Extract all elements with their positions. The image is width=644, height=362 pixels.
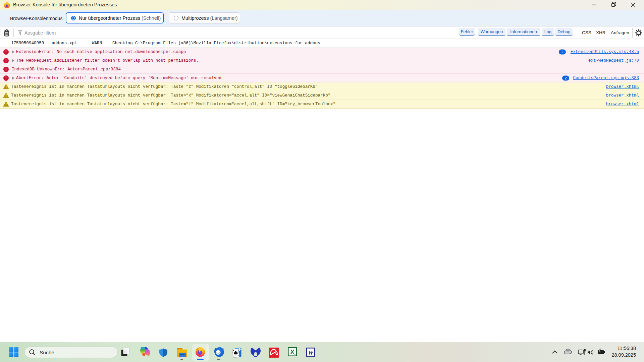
svg-text:W: W bbox=[308, 349, 314, 356]
